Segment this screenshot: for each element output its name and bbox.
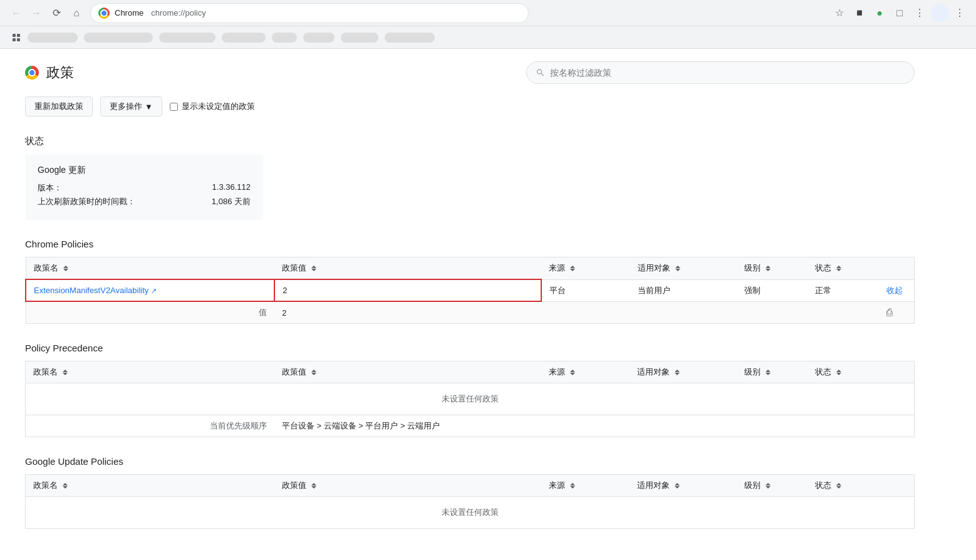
url-text: chrome://policy bbox=[151, 8, 205, 18]
reload-policies-button[interactable]: 重新加载政策 bbox=[25, 96, 93, 117]
prec-sort-target-button[interactable] bbox=[675, 370, 680, 375]
back-button[interactable]: ← bbox=[8, 4, 25, 22]
bookmark-1 bbox=[28, 33, 78, 43]
search-box[interactable] bbox=[526, 61, 915, 84]
address-bar[interactable]: Chrome chrome://policy bbox=[90, 3, 529, 23]
prec-col-status: 状态 bbox=[807, 361, 879, 383]
version-value: 1.3.36.112 bbox=[212, 182, 251, 194]
tab-label: Chrome bbox=[115, 8, 143, 18]
policy-name-link[interactable]: ExtensionManifestV2Availability bbox=[34, 286, 148, 295]
prec-col-policy-name: 政策名 bbox=[26, 361, 274, 383]
sort-up-icon bbox=[570, 370, 575, 372]
nav-buttons: ← → ⟳ ⌂ bbox=[8, 4, 85, 22]
show-unset-text: 显示未设定值的政策 bbox=[182, 101, 255, 112]
sort-level-button[interactable] bbox=[766, 266, 771, 271]
value-expanded-cell: 2 bbox=[274, 301, 541, 324]
policy-source-cell: 平台 bbox=[541, 279, 630, 301]
sort-status-button[interactable] bbox=[836, 266, 841, 271]
google-update-table: 政策名 政策值 bbox=[25, 474, 915, 529]
prec-col-policy-value: 政策值 bbox=[274, 361, 541, 383]
policy-precedence-section: Policy Precedence 政策名 bbox=[25, 343, 915, 437]
external-link-icon: ↗ bbox=[151, 287, 157, 294]
sort-down-icon bbox=[675, 373, 680, 375]
chrome-policies-section: Chrome Policies 政策名 bbox=[25, 239, 915, 324]
version-label: 版本： bbox=[38, 182, 62, 194]
search-input[interactable] bbox=[550, 68, 905, 78]
sort-up-icon bbox=[766, 370, 771, 372]
priority-value: 平台设备 > 云端设备 > 平台用户 > 云端用户 bbox=[274, 415, 915, 437]
show-unset-checkbox[interactable] bbox=[170, 103, 178, 111]
prec-sort-source-button[interactable] bbox=[570, 370, 575, 375]
sort-down-icon bbox=[63, 486, 68, 489]
bookmark-icon[interactable]: ☆ bbox=[831, 4, 848, 22]
col-header-policy-name: 政策名 bbox=[26, 257, 274, 280]
chrome-table-header-row: 政策名 政策值 bbox=[26, 257, 915, 280]
upd-sort-name-button[interactable] bbox=[63, 483, 68, 489]
sort-source-button[interactable] bbox=[570, 266, 575, 271]
upd-sort-status-button[interactable] bbox=[836, 483, 841, 489]
google-update-title: Google Update Policies bbox=[25, 456, 915, 467]
status-section-title: 状态 bbox=[25, 135, 915, 147]
prec-col-level: 级别 bbox=[737, 361, 808, 383]
chrome-logo-icon bbox=[98, 8, 110, 19]
sort-up-icon bbox=[836, 370, 841, 372]
precedence-empty-row: 未设置任何政策 bbox=[26, 383, 915, 415]
copy-icon[interactable]: ⎙ bbox=[886, 307, 893, 318]
value-empty-1 bbox=[541, 301, 630, 324]
upd-sort-source-button[interactable] bbox=[570, 483, 575, 489]
show-unset-checkbox-label[interactable]: 显示未设定值的政策 bbox=[170, 101, 255, 112]
collapse-button[interactable]: 收起 bbox=[886, 285, 903, 296]
upd-sort-target-button[interactable] bbox=[675, 483, 680, 489]
avatar-icon[interactable] bbox=[931, 4, 948, 22]
bookmarks-bar bbox=[0, 26, 976, 49]
sort-up-icon bbox=[63, 483, 68, 485]
sort-down-icon bbox=[570, 486, 575, 489]
prec-col-target: 适用对象 bbox=[630, 361, 736, 383]
more-actions-label: 更多操作 bbox=[110, 101, 142, 112]
value-empty-4 bbox=[807, 301, 878, 324]
priority-row: 当前优先级顺序 平台设备 > 云端设备 > 平台用户 > 云端用户 bbox=[26, 415, 915, 437]
sort-up-icon bbox=[766, 266, 771, 268]
forward-button[interactable]: → bbox=[28, 4, 45, 22]
sort-down-icon bbox=[311, 269, 316, 271]
policy-value-expanded-row: 值 2 ⎙ bbox=[26, 301, 915, 324]
toolbar-actions: ☆ ◾ ● □ ⋮ ⋮ bbox=[831, 4, 968, 22]
sort-up-icon bbox=[63, 266, 68, 268]
status-section: 状态 Google 更新 版本： 1.3.36.112 上次刷新政策时的时间戳：… bbox=[25, 135, 915, 220]
puzzle-icon[interactable]: □ bbox=[891, 4, 908, 22]
search-icon bbox=[536, 68, 545, 78]
policy-precedence-table: 政策名 政策值 bbox=[25, 361, 915, 437]
bookmark-3 bbox=[159, 33, 215, 43]
menu-icon[interactable]: ⋮ bbox=[951, 4, 968, 22]
home-button[interactable]: ⌂ bbox=[68, 4, 85, 22]
prec-sort-status-button[interactable] bbox=[836, 370, 841, 375]
upd-col-target: 适用对象 bbox=[630, 475, 736, 497]
upd-sort-level-button[interactable] bbox=[766, 483, 771, 489]
col-header-action bbox=[879, 257, 915, 280]
upd-sort-value-button[interactable] bbox=[311, 483, 316, 489]
sort-policy-value-button[interactable] bbox=[311, 266, 316, 271]
more-actions-button[interactable]: 更多操作 ▼ bbox=[100, 96, 162, 117]
apps-button[interactable] bbox=[8, 30, 25, 45]
upd-col-policy-name: 政策名 bbox=[26, 475, 274, 497]
sort-up-icon bbox=[766, 483, 771, 485]
prec-sort-level-button[interactable] bbox=[766, 370, 771, 375]
sort-down-icon bbox=[311, 486, 316, 489]
extensions-icon[interactable]: ◾ bbox=[851, 4, 868, 22]
prec-sort-value-button[interactable] bbox=[311, 370, 316, 375]
sort-up-icon bbox=[836, 266, 841, 268]
precedence-header-row: 政策名 政策值 bbox=[26, 361, 915, 383]
col-header-policy-value: 政策值 bbox=[274, 257, 541, 280]
sort-down-icon bbox=[836, 269, 841, 271]
prec-sort-name-button[interactable] bbox=[63, 370, 68, 375]
sort-policy-name-button[interactable] bbox=[63, 266, 68, 271]
reload-button[interactable]: ⟳ bbox=[48, 4, 65, 22]
sort-target-button[interactable] bbox=[675, 266, 680, 271]
shield-icon[interactable]: ● bbox=[871, 4, 888, 22]
action-bar: 重新加载政策 更多操作 ▼ 显示未设定值的政策 bbox=[25, 96, 915, 117]
table-row: ExtensionManifestV2Availability ↗ 2 平台 当… bbox=[26, 279, 915, 301]
sort-down-icon bbox=[63, 269, 68, 271]
sort-up-icon bbox=[836, 483, 841, 485]
sort-down-icon bbox=[766, 269, 771, 271]
grid-icon[interactable]: ⋮ bbox=[911, 4, 928, 22]
